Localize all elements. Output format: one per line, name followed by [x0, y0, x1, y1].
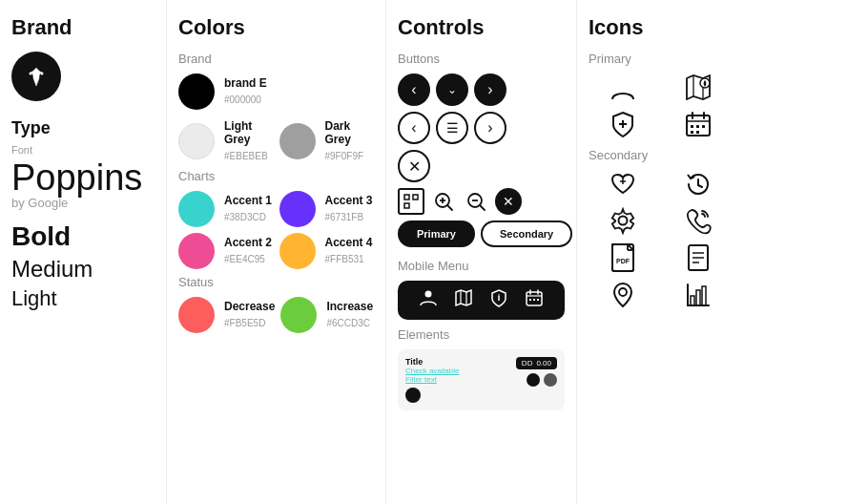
decrease-info: Decrease #FB5E5D — [224, 300, 275, 330]
brand-color-info: brand E #000000 — [224, 76, 267, 107]
chart-icon — [665, 281, 734, 309]
calendar-icon — [665, 110, 734, 138]
accent1-info: Accent 1 #38D3CD — [224, 194, 272, 224]
buttons-label: Buttons — [398, 52, 565, 66]
hamburger-button[interactable]: ☰ — [436, 112, 468, 144]
controls-section: Controls Buttons ‹ ⌄ › ‹ ☰ › ✕ — [386, 0, 577, 504]
btn-row-1: ‹ ⌄ › — [398, 74, 565, 106]
svg-rect-24 — [533, 299, 535, 301]
decrease-name: Decrease — [224, 300, 275, 313]
accent2-hex: #EE4C95 — [224, 254, 265, 264]
font-name: Poppins — [11, 159, 155, 196]
accent2-swatch — [178, 233, 215, 269]
btn-row-5: Primary Secondary — [398, 220, 565, 247]
zoom-in-icon — [430, 188, 457, 215]
accent1-hex: #38D3CD — [224, 212, 266, 222]
secondary-pill-button[interactable]: Secondary — [481, 220, 572, 247]
grey-colors-grid: Light Grey #EBEBEB Dark Grey #9F0F9F — [178, 119, 374, 163]
light-grey-info: Light Grey #EBEBEB — [224, 119, 274, 163]
buttons-group: ‹ ⌄ › ‹ ☰ › ✕ ✕ Primary — [398, 74, 565, 247]
accent3-swatch — [279, 191, 316, 227]
svg-point-26 — [618, 77, 628, 87]
svg-rect-59 — [702, 286, 706, 305]
svg-rect-40 — [696, 131, 699, 134]
btn-row-2: ‹ ☰ › — [398, 112, 565, 144]
location-icon — [589, 281, 657, 309]
mobile-menu-label: Mobile Menu — [398, 259, 565, 273]
menu-person-icon — [419, 288, 438, 312]
svg-point-1 — [35, 69, 38, 72]
btn-row-3: ✕ — [398, 150, 565, 182]
accent3-name: Accent 3 — [325, 194, 373, 207]
dark-grey-name: Dark Grey — [325, 119, 375, 146]
scan-icon — [398, 188, 424, 215]
charts-group-label: Charts — [178, 169, 374, 183]
btn-row-4: ✕ — [398, 188, 565, 215]
svg-rect-57 — [691, 296, 694, 305]
brand-color-hex: #000000 — [224, 94, 261, 105]
svg-point-54 — [619, 288, 627, 296]
light-grey-item: Light Grey #EBEBEB — [178, 119, 274, 163]
accent4-hex: #FFB531 — [325, 254, 364, 264]
elem-dd-label: DD — [522, 359, 533, 368]
font-label: Font — [11, 144, 155, 156]
elem-dropdown: DD 0.00 — [516, 357, 557, 369]
document-icon — [665, 242, 734, 273]
controls-title: Controls — [398, 15, 565, 40]
svg-rect-38 — [702, 125, 705, 128]
shield-plus-icon — [589, 110, 657, 138]
elem-link2: Filter text — [405, 375, 510, 384]
increase-swatch — [280, 297, 317, 333]
next-button[interactable]: › — [474, 74, 506, 106]
svg-point-14 — [425, 291, 432, 298]
menu-calendar-icon — [525, 288, 544, 312]
svg-rect-39 — [691, 131, 693, 134]
zoom-out-icon — [463, 188, 489, 215]
svg-rect-36 — [691, 125, 693, 128]
dark-grey-item: Dark Grey #9F0F9F — [279, 119, 375, 163]
accent2-name: Accent 2 — [224, 236, 272, 249]
accent4-swatch — [279, 233, 316, 269]
accent2-item: Accent 2 #EE4C95 — [178, 233, 274, 269]
svg-point-18 — [498, 294, 500, 296]
close-button[interactable]: ✕ — [398, 150, 430, 182]
elements-row: Title Check available Filter text DD 0.0… — [405, 357, 557, 403]
decrease-swatch — [178, 297, 215, 333]
svg-rect-23 — [529, 299, 531, 301]
type-title: Type — [11, 118, 155, 138]
dark-grey-swatch — [279, 123, 316, 159]
menu-shield-icon — [489, 288, 508, 312]
menu-map-icon — [454, 288, 473, 312]
dark-grey-hex: #9F0F9F — [325, 151, 364, 161]
svg-rect-5 — [413, 195, 418, 200]
accent3-item: Accent 3 #6731FB — [279, 191, 375, 227]
accent3-info: Accent 3 #6731FB — [325, 194, 373, 224]
accent1-name: Accent 1 — [224, 194, 272, 207]
brand-logo — [11, 52, 61, 101]
dark-grey-info: Dark Grey #9F0F9F — [325, 119, 375, 163]
elements-label: Elements — [398, 327, 565, 342]
increase-info: Increase #6CCD3C — [326, 300, 373, 330]
person-icon — [589, 74, 657, 102]
primary-icons-grid — [589, 74, 733, 138]
brand-swatch — [178, 74, 215, 110]
brand-color-row: brand E #000000 — [178, 74, 374, 110]
next-outline-button[interactable]: › — [474, 112, 506, 144]
decrease-hex: #FB5E5D — [224, 318, 265, 328]
accent3-hex: #6731FB — [325, 212, 364, 222]
cancel-button[interactable]: ✕ — [495, 188, 522, 215]
svg-rect-6 — [404, 203, 409, 208]
brand-title: Brand — [11, 15, 155, 40]
accent4-name: Accent 4 — [325, 236, 373, 249]
heart-needle-icon — [589, 170, 657, 199]
secondary-icons-label: Secondary — [589, 148, 733, 162]
brand-section: Brand Type Font Poppins by Google Bold M… — [0, 0, 167, 504]
icons-section: Icons Primary Secondary — [577, 0, 744, 504]
accent4-info: Accent 4 #FFB531 — [325, 236, 373, 266]
charts-colors-grid: Accent 1 #38D3CD Accent 3 #6731FB Accent… — [178, 191, 374, 269]
prev-button[interactable]: ‹ — [398, 74, 430, 106]
primary-pill-button[interactable]: Primary — [398, 220, 475, 247]
dropdown-button[interactable]: ⌄ — [436, 74, 468, 106]
light-grey-hex: #EBEBEB — [224, 151, 268, 161]
prev-outline-button[interactable]: ‹ — [398, 112, 430, 144]
